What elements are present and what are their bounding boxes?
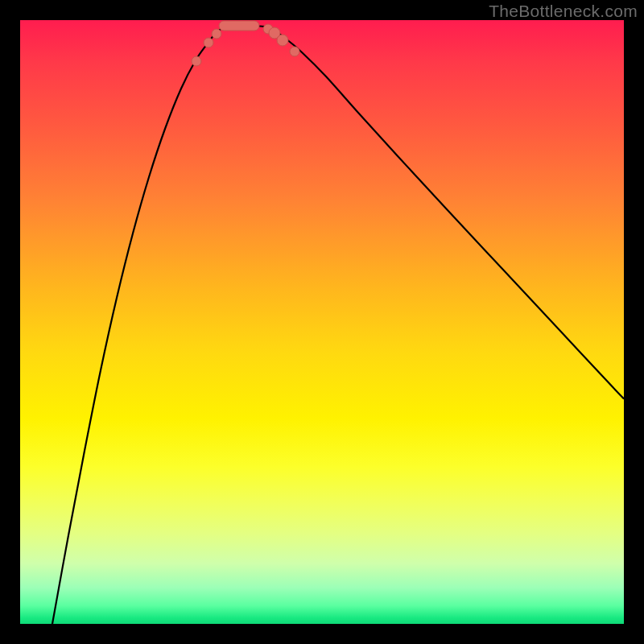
curve-left (52, 27, 225, 624)
data-marker-1 (204, 38, 213, 47)
markers-group (192, 21, 299, 66)
data-marker-7 (290, 47, 299, 56)
data-marker-2 (212, 29, 221, 39)
watermark-text: TheBottleneck.com (489, 2, 638, 21)
curve-right (264, 27, 624, 398)
data-marker-0 (192, 56, 201, 66)
data-marker-6 (277, 35, 288, 46)
chart-svg-layer (20, 20, 624, 624)
data-marker-3 (219, 21, 259, 31)
